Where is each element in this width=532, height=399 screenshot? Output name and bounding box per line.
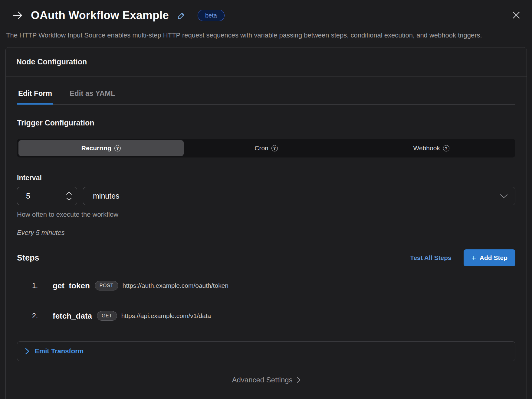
- emit-transform-toggle[interactable]: Emit Transform: [17, 341, 515, 361]
- emit-transform-label: Emit Transform: [35, 347, 84, 355]
- test-all-steps-link[interactable]: Test All Steps: [410, 254, 452, 261]
- trigger-option-label: Recurring: [81, 144, 111, 152]
- advanced-settings-toggle[interactable]: Advanced Settings: [17, 376, 515, 384]
- tab-edit-as-yaml[interactable]: Edit as YAML: [68, 89, 117, 104]
- interval-unit-select[interactable]: minutes: [83, 187, 515, 205]
- trigger-option-cron[interactable]: Cron ?: [184, 140, 349, 156]
- step-index: 1.: [32, 282, 53, 290]
- page-title: OAuth Workflow Example: [31, 9, 169, 22]
- interval-summary-text: Every 5 minutes: [17, 229, 515, 237]
- add-step-button[interactable]: + Add Step: [464, 249, 515, 266]
- trigger-type-segmented-control: Recurring ? Cron ? Webhook ?: [17, 139, 515, 157]
- trigger-configuration-heading: Trigger Configuration: [17, 118, 515, 127]
- drawer-description: The HTTP Workflow Input Source enables m…: [6, 30, 505, 41]
- panel-header: Node Configuration: [6, 47, 527, 76]
- step-row-get-token[interactable]: 1. get_token POST https://auth.example.c…: [17, 281, 515, 290]
- steps-heading: Steps: [17, 253, 39, 263]
- trigger-option-recurring[interactable]: Recurring ?: [18, 140, 184, 156]
- step-name: get_token: [53, 281, 90, 290]
- step-url: https://api.example.com/v1/data: [121, 312, 211, 320]
- beta-badge: beta: [198, 10, 225, 21]
- stepper-down-icon: [66, 197, 72, 201]
- interval-stepper[interactable]: [66, 192, 72, 201]
- interval-help-text: How often to execute the workflow: [17, 211, 515, 219]
- plus-icon: +: [471, 254, 476, 262]
- advanced-settings-label: Advanced Settings: [232, 376, 292, 384]
- divider-line: [307, 380, 515, 380]
- step-url: https://auth.example.com/oauth/token: [123, 282, 228, 289]
- interval-value: 5: [26, 192, 66, 200]
- steps-list: 1. get_token POST https://auth.example.c…: [17, 281, 515, 321]
- trigger-option-label: Cron: [255, 144, 268, 152]
- interval-value-input[interactable]: 5: [17, 187, 77, 205]
- help-icon: ?: [443, 145, 449, 151]
- chevron-right-icon: [25, 348, 29, 355]
- close-icon[interactable]: [510, 9, 522, 21]
- method-badge: POST: [95, 281, 118, 290]
- step-name: fetch_data: [53, 311, 92, 321]
- divider-line: [17, 380, 225, 380]
- edit-mode-tabs: Edit Form Edit as YAML: [17, 89, 515, 105]
- chevron-right-icon: [297, 377, 300, 383]
- step-index: 2.: [32, 312, 53, 320]
- expand-arrow-icon[interactable]: [11, 9, 24, 22]
- trigger-option-label: Webhook: [413, 144, 440, 152]
- chevron-down-icon: [500, 194, 508, 198]
- edit-title-icon[interactable]: [177, 11, 186, 20]
- help-icon: ?: [271, 145, 278, 151]
- help-icon: ?: [114, 145, 121, 151]
- step-row-fetch-data[interactable]: 2. fetch_data GET https://api.example.co…: [17, 311, 515, 321]
- panel-title: Node Configuration: [16, 57, 516, 66]
- interval-label: Interval: [17, 174, 515, 182]
- node-configuration-panel: Node Configuration Edit Form Edit as YAM…: [5, 47, 527, 399]
- interval-unit-value: minutes: [93, 192, 500, 200]
- tab-edit-form[interactable]: Edit Form: [17, 89, 53, 104]
- method-badge: GET: [97, 311, 117, 321]
- drawer-header: OAuth Workflow Example beta: [0, 0, 532, 22]
- stepper-up-icon: [66, 192, 72, 195]
- add-step-label: Add Step: [480, 254, 507, 261]
- trigger-option-webhook[interactable]: Webhook ?: [349, 140, 514, 156]
